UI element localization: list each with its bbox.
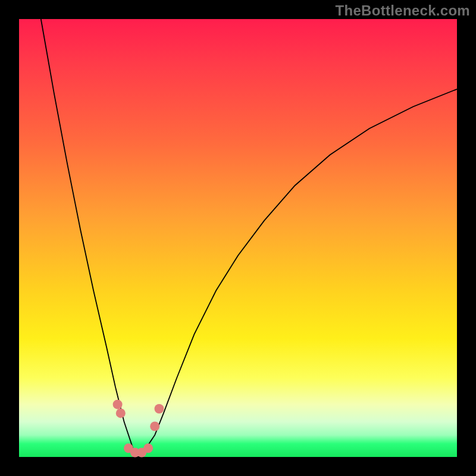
- bottleneck-curve: [41, 19, 457, 457]
- watermark-text: TheBottleneck.com: [336, 2, 470, 19]
- curve-layer: [19, 19, 457, 457]
- chart-frame: TheBottleneck.com: [0, 0, 476, 476]
- threshold-marker: [116, 408, 126, 418]
- threshold-marker: [113, 400, 123, 409]
- threshold-marker: [155, 404, 164, 414]
- threshold-marker: [150, 422, 159, 431]
- threshold-marker: [143, 443, 153, 453]
- plot-area: [19, 19, 457, 457]
